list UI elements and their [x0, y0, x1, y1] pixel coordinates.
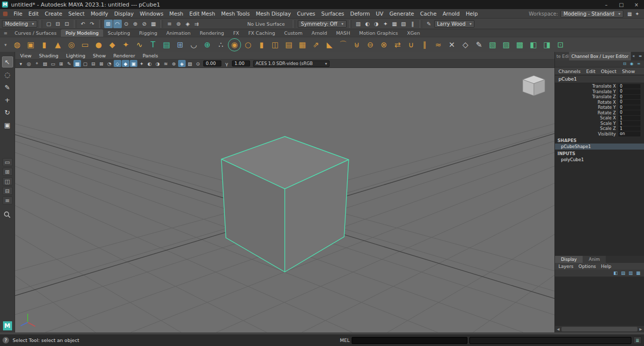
poly-barrel-icon[interactable]: ▮	[255, 38, 268, 51]
channel-label[interactable]: Visibility	[598, 131, 616, 136]
select-tool[interactable]: ↖	[2, 56, 13, 67]
panel-menu-item[interactable]: View	[20, 53, 32, 58]
view-cube[interactable]	[519, 73, 548, 103]
panel-menu-icon[interactable]: ≡	[637, 53, 643, 59]
menu-item[interactable]: UV	[373, 11, 386, 17]
single-pane-layout-button[interactable]: ▭	[3, 158, 13, 166]
channel-value-field[interactable]: 0	[618, 84, 640, 89]
scale-tool[interactable]: ▣	[2, 119, 13, 130]
type-tool-icon[interactable]: T	[146, 38, 159, 51]
shelf-tab-options-icon[interactable]: ≡	[1, 31, 10, 36]
mel-language-toggle[interactable]: MEL	[340, 337, 350, 343]
field-chart-icon[interactable]: ◔	[106, 60, 113, 67]
menu-item[interactable]: Windows	[137, 11, 167, 17]
shelf-tab[interactable]: FX Caching	[244, 29, 279, 37]
make-live-icon[interactable]: ▦	[149, 20, 158, 28]
scrollbar-thumb[interactable]	[561, 327, 637, 331]
poly-pipe-icon[interactable]: ◫	[269, 38, 282, 51]
panel-menu-item[interactable]: Shading	[39, 53, 59, 58]
snap-to-curve-icon[interactable]: ◠	[113, 20, 122, 28]
scroll-left-icon[interactable]: ◀	[555, 327, 561, 331]
lasso-select-tool[interactable]: ◌	[2, 69, 13, 80]
layer-editor-menu-item[interactable]: Help	[601, 264, 612, 269]
workspace-dropdown[interactable]: Modeling - Standard ▾	[560, 10, 623, 18]
snap-to-grid-icon[interactable]: ⊞	[104, 20, 113, 28]
no-live-surface-label[interactable]: No Live Surface	[248, 21, 285, 27]
toggle-layer-icon[interactable]: ◧	[612, 270, 619, 276]
layer-editor-tab[interactable]: Display	[555, 256, 583, 263]
move-tool[interactable]: +	[2, 94, 13, 105]
exposure-field[interactable]: 0.00	[203, 60, 221, 66]
menu-item[interactable]: Edit Mesh	[186, 11, 218, 17]
channel-label[interactable]: Translate Z	[592, 94, 616, 99]
shelf-options-icon[interactable]: ▾	[1, 42, 10, 47]
snap-magnet-icon[interactable]: ◡	[187, 38, 200, 51]
menu-item[interactable]: Surfaces	[318, 11, 347, 17]
view-transform-dropdown[interactable]: ACES 1.0 SDR-video (sRGB ▾	[253, 60, 330, 67]
channel-speed-icon[interactable]: ◉	[629, 61, 634, 66]
bevel-icon[interactable]: ◣	[323, 38, 336, 51]
screen-space-ao-icon[interactable]: ◑	[154, 60, 162, 67]
shelf-tab[interactable]: Motion Graphics	[355, 29, 403, 37]
menu-item[interactable]: Display	[111, 11, 137, 17]
scroll-right-icon[interactable]: ▶	[638, 327, 643, 331]
viewport-canvas[interactable]	[15, 68, 554, 332]
lock-camera-icon[interactable]: ◎	[25, 60, 33, 67]
shelf-tab[interactable]: MASH	[332, 29, 355, 37]
undo-icon[interactable]: ↶	[79, 20, 88, 28]
shelf-tab[interactable]: Custom	[280, 29, 307, 37]
character-set-dropdown[interactable]: Larry Wood ▾	[434, 20, 475, 28]
gamma-field[interactable]: 1.00	[232, 60, 250, 66]
channel-value-field[interactable]: 1	[618, 116, 640, 121]
workspace-gear-icon[interactable]: ✦	[633, 10, 641, 18]
poly-torus-icon[interactable]: ◎	[65, 38, 78, 51]
redo-icon[interactable]: ↷	[88, 20, 97, 28]
motion-blur-icon[interactable]: ≋	[162, 60, 170, 67]
poly-grid-icon[interactable]: ▦	[296, 38, 309, 51]
shaded-display-icon[interactable]: ◆	[122, 60, 129, 67]
open-scene-icon[interactable]: ⊟	[54, 20, 62, 28]
grid-toggle-icon[interactable]: ▦	[73, 60, 81, 67]
channel-value-field[interactable]: 1	[618, 121, 640, 126]
channel-value-field[interactable]: on	[618, 131, 640, 136]
menu-item[interactable]: Modify	[88, 11, 111, 17]
poly-plane-icon[interactable]: ▭	[78, 38, 92, 51]
poly-cube-icon[interactable]: ▣	[24, 38, 37, 51]
axis-locator-icon[interactable]: ∴	[214, 38, 227, 51]
shape-node[interactable]: pCubeShape1	[555, 144, 644, 150]
outliner-button[interactable]: ≡	[3, 196, 13, 204]
grease-pencil-icon[interactable]: ✎	[65, 60, 73, 67]
open-render-view-icon[interactable]: ▥	[354, 20, 363, 28]
layer-list[interactable]	[555, 277, 644, 326]
channel-box-menu-item[interactable]: Channels	[558, 68, 581, 74]
tab-attribute-editor[interactable]: te Editor	[555, 52, 569, 60]
channel-label[interactable]: Translate X	[592, 84, 616, 89]
bridge-icon[interactable]: ⌒	[337, 38, 350, 51]
uv-cylindrical-projection-icon[interactable]: ▩	[513, 38, 526, 51]
exposure-icon[interactable]: ⊙	[194, 60, 202, 67]
gamma-icon[interactable]: γ	[223, 60, 230, 67]
new-empty-layer-button[interactable]: ▤	[620, 270, 626, 276]
inputs-to-selected-icon[interactable]: ≡	[166, 20, 174, 28]
poly-sphere-icon[interactable]: ◍	[11, 38, 24, 51]
channel-value-field[interactable]: 0	[618, 105, 640, 110]
command-line-input[interactable]	[352, 337, 467, 344]
image-plane-icon[interactable]: ▭	[49, 60, 57, 67]
gate-mask-icon[interactable]: ⊠	[98, 60, 105, 67]
shelf-tab[interactable]: Rigging	[134, 29, 162, 37]
menu-item[interactable]: Edit	[26, 11, 42, 17]
quad-draw-icon[interactable]: ✎	[472, 38, 486, 51]
menu-item[interactable]: Help	[463, 11, 481, 17]
menu-item[interactable]: Cache	[417, 11, 440, 17]
four-pane-layout-button[interactable]: ⊞	[3, 168, 13, 176]
select-camera-icon[interactable]: ▾	[17, 60, 25, 67]
boolean-union-icon[interactable]: ⊎	[350, 38, 363, 51]
highlight-selection-icon[interactable]: ⇉	[193, 20, 201, 28]
channel-value-field[interactable]: 1	[618, 126, 640, 131]
channel-value-field[interactable]: 0	[618, 89, 640, 94]
menu-item[interactable]: Mesh	[167, 11, 187, 17]
mirror-icon[interactable]: ⇄	[391, 38, 404, 51]
layer-editor-tab[interactable]: Anim	[583, 256, 606, 263]
menu-item[interactable]: Mesh Display	[253, 11, 294, 17]
menu-item[interactable]: Create	[42, 11, 65, 17]
